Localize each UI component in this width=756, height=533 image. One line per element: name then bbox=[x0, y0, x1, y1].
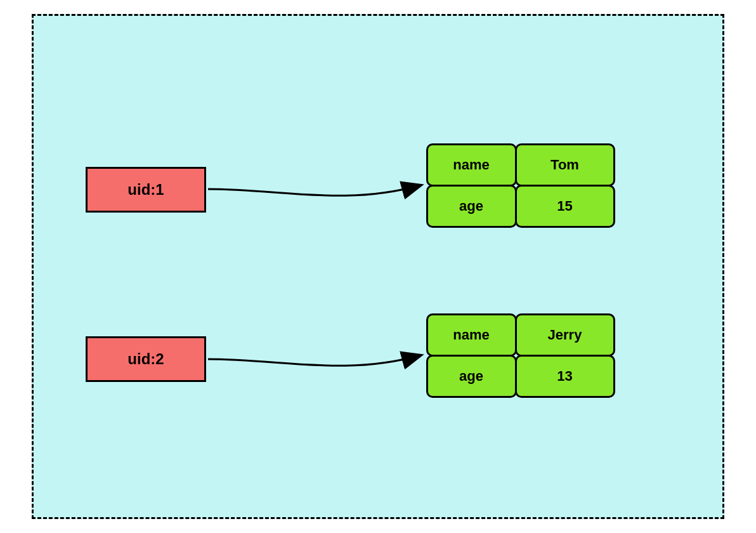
field-value-2-name: Jerry bbox=[515, 313, 615, 357]
diagram-container: uid:1 name Tom age 15 uid:2 name Jerry a… bbox=[32, 14, 724, 519]
key-label-2: uid:2 bbox=[127, 350, 164, 368]
field-value-1-age: 15 bbox=[515, 185, 615, 228]
key-box-2: uid:2 bbox=[86, 336, 206, 382]
field-label-1-name: name bbox=[426, 143, 517, 187]
key-label-1: uid:1 bbox=[127, 181, 164, 199]
field-label-1-age: age bbox=[426, 185, 517, 228]
field-label-2-name: name bbox=[426, 313, 517, 357]
value-table-2: name Jerry age 13 bbox=[427, 314, 614, 397]
field-value-1-name: Tom bbox=[515, 143, 615, 187]
field-value-2-age: 13 bbox=[515, 355, 615, 398]
field-label-2-age: age bbox=[426, 355, 517, 398]
key-box-1: uid:1 bbox=[86, 167, 206, 213]
arrow-2 bbox=[205, 338, 433, 402]
arrow-1 bbox=[205, 168, 433, 232]
value-table-1: name Tom age 15 bbox=[427, 144, 614, 227]
